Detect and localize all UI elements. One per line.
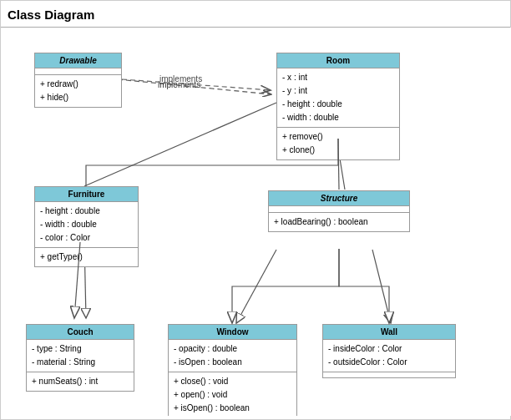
class-wall: Wall - insideColor : Color - outsideColo… bbox=[322, 324, 456, 378]
class-window: Window - opacity : double - isOpen : boo… bbox=[168, 324, 297, 416]
method-item: + numSeats() : int bbox=[32, 375, 129, 388]
furniture-methods: + getType() bbox=[35, 248, 138, 266]
svg-line-4 bbox=[84, 103, 276, 186]
structure-attributes bbox=[269, 206, 409, 213]
method-item: + open() : void bbox=[174, 388, 291, 402]
method-item: + isOpen() : boolean bbox=[174, 402, 291, 415]
class-drawable: Drawable + redraw() + hide() bbox=[34, 53, 122, 108]
couch-methods: + numSeats() : int bbox=[27, 372, 134, 391]
attr-item: - width : double bbox=[282, 111, 394, 124]
class-couch: Couch - type : String - material : Strin… bbox=[26, 324, 134, 392]
wall-header: Wall bbox=[323, 325, 455, 340]
svg-line-6 bbox=[236, 250, 276, 323]
attr-item: - insideColor : Color bbox=[328, 342, 450, 356]
class-structure: Structure + loadBearing() : boolean bbox=[268, 190, 410, 232]
attr-item: - opacity : double bbox=[174, 342, 291, 356]
page-title: Class Diagram bbox=[8, 8, 94, 22]
attr-item: - x : int bbox=[282, 71, 394, 84]
svg-text:implements: implements bbox=[159, 74, 202, 83]
method-item: + clone() bbox=[282, 144, 394, 157]
method-item: + remove() bbox=[282, 130, 394, 144]
drawable-header: Drawable bbox=[35, 53, 121, 68]
furniture-attributes: - height : double - width : double - col… bbox=[35, 202, 138, 248]
room-methods: + remove() + clone() bbox=[277, 128, 399, 159]
drawable-attributes bbox=[35, 68, 121, 75]
structure-methods: + loadBearing() : boolean bbox=[269, 213, 409, 231]
window-attributes: - opacity : double - isOpen : boolean bbox=[169, 340, 296, 372]
couch-attributes: - type : String - material : String bbox=[27, 340, 134, 372]
method-item: + getType() bbox=[40, 250, 133, 264]
window-methods: + close() : void + open() : void + isOpe… bbox=[169, 372, 296, 416]
container: Class Diagram implements bbox=[0, 0, 511, 420]
class-room: Room - x : int - y : int - height : doub… bbox=[276, 53, 400, 160]
svg-line-7 bbox=[372, 250, 391, 323]
wall-attributes: - insideColor : Color - outsideColor : C… bbox=[323, 340, 455, 372]
attr-item: - isOpen : boolean bbox=[174, 356, 291, 369]
furniture-header: Furniture bbox=[35, 187, 138, 202]
implements-label: implements bbox=[158, 80, 200, 89]
attr-item: - material : String bbox=[32, 356, 129, 369]
wall-methods bbox=[323, 372, 455, 377]
couch-header: Couch bbox=[27, 325, 134, 340]
method-item: + loadBearing() : boolean bbox=[274, 215, 404, 229]
attr-item: - width : double bbox=[40, 218, 133, 231]
diagram-area: implements Drawable bbox=[1, 28, 511, 416]
attr-item: - type : String bbox=[32, 342, 129, 356]
attr-item: - color : Color bbox=[40, 231, 133, 245]
method-item: + hide() bbox=[40, 91, 116, 104]
attr-item: - height : double bbox=[282, 98, 394, 111]
room-header: Room bbox=[277, 53, 399, 68]
drawable-methods: + redraw() + hide() bbox=[35, 75, 121, 107]
room-attributes: - x : int - y : int - height : double - … bbox=[277, 68, 399, 128]
svg-line-10 bbox=[122, 79, 271, 90]
attr-item: - y : int bbox=[282, 84, 394, 98]
attr-item: - height : double bbox=[40, 205, 133, 218]
structure-header: Structure bbox=[269, 191, 409, 206]
method-item: + close() : void bbox=[174, 375, 291, 388]
class-furniture: Furniture - height : double - width : do… bbox=[34, 186, 139, 267]
title-bar: Class Diagram bbox=[1, 1, 510, 28]
svg-line-2 bbox=[118, 79, 271, 94]
window-header: Window bbox=[169, 325, 296, 340]
attr-item: - outsideColor : Color bbox=[328, 356, 450, 369]
method-item: + redraw() bbox=[40, 78, 116, 91]
